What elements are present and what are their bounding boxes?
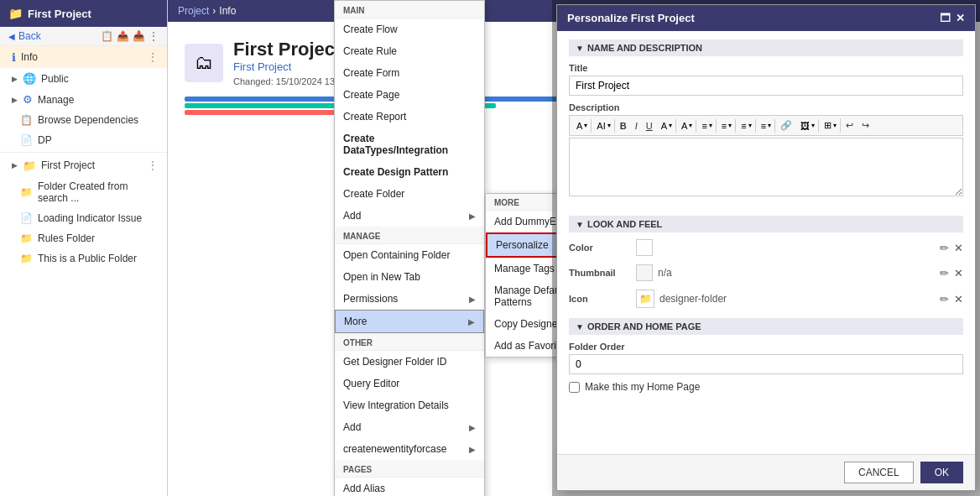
personalize-dialog: Personalize First Project 🗖 ✕ ▼ NAME AND… [556, 4, 976, 491]
toolbar-align[interactable]: ≡ ▾ [698, 119, 716, 133]
desc-field-label: Description [569, 102, 963, 112]
menu-item-view-integration[interactable]: View Integration Details [335, 394, 484, 416]
sidebar-item-info[interactable]: ℹ Info ⋮ [0, 46, 167, 68]
color-swatch[interactable] [636, 239, 653, 256]
menu-item-create-folder[interactable]: Create Folder [335, 183, 484, 205]
sidebar-item-loading-indicator[interactable]: 📄 Loading Indicator Issue [0, 208, 167, 228]
folder-order-input[interactable] [569, 354, 963, 374]
toolbar-image[interactable]: 🖼 ▾ [797, 119, 819, 133]
sidebar-back-icons: 📋 📤 📥 ⋮ [101, 30, 159, 42]
color-delete-icon[interactable]: ✕ [954, 242, 963, 254]
title-field-label: Title [569, 63, 963, 73]
sidebar-item-dp[interactable]: 📄 DP [0, 130, 167, 150]
public-icon: 🌐 [23, 72, 36, 85]
toolbar-table[interactable]: ⊞ ▾ [821, 118, 841, 133]
sidebar-item-label: Info [21, 51, 38, 63]
menu-item-add-other[interactable]: Add▶ [335, 416, 484, 438]
sidebar-item-label: This is a Public Folder [38, 253, 137, 264]
menu-item-createnew[interactable]: createnewentityforcase▶ [335, 438, 484, 460]
menu-item-create-rule[interactable]: Create Rule [335, 40, 484, 62]
toolbar-redo[interactable]: ↪ [858, 118, 873, 133]
toolbar-italic[interactable]: I [632, 119, 641, 133]
thumbnail-label: Thumbnail [569, 268, 636, 278]
color-actions: ✏ ✕ [940, 242, 963, 254]
sidebar: 📁 First Project ◀ Back 📋 📤 📥 ⋮ ℹ Info ⋮ … [0, 0, 168, 496]
breadcrumb-info: Info [219, 5, 236, 17]
toolbar-link[interactable]: 🔗 [777, 118, 795, 133]
sidebar-item-label: Loading Indicator Issue [38, 212, 142, 224]
sidebar-item-manage[interactable]: ▶ ⚙ Manage [0, 89, 167, 110]
icon-edit-icon[interactable]: ✏ [940, 293, 949, 305]
toolbar-undo[interactable]: ↩ [842, 118, 857, 133]
menu-item-add-alias[interactable]: Add Alias [335, 478, 484, 496]
toolbar-underline[interactable]: U [643, 119, 656, 133]
menu-item-permissions[interactable]: Permissions▶ [335, 288, 484, 310]
menu-item-more[interactable]: More▶ [335, 310, 484, 333]
toolbar-font-color[interactable]: A ▾ [658, 119, 676, 133]
sidebar-item-public-folder[interactable]: 📁 This is a Public Folder [0, 248, 167, 269]
icon-delete-icon[interactable]: ✕ [954, 293, 963, 305]
dialog-minimize-icon[interactable]: 🗖 [940, 12, 951, 24]
color-edit-icon[interactable]: ✏ [940, 242, 949, 254]
back-label[interactable]: Back [18, 30, 41, 42]
sidebar-icon-2[interactable]: 📤 [117, 30, 129, 42]
menu-item-create-design[interactable]: Create Design Pattern [335, 161, 484, 183]
cancel-button[interactable]: CANCEL [844, 462, 914, 483]
menu-item-add-main[interactable]: Add▶ [335, 205, 484, 227]
menu-section-other: OTHER [335, 333, 484, 351]
toolbar-highlight-color[interactable]: A ▾ [678, 119, 696, 133]
sidebar-icon-4[interactable]: ⋮ [149, 30, 159, 42]
menu-item-query-editor[interactable]: Query Editor [335, 373, 484, 394]
expand-icon: ▶ [12, 96, 18, 104]
menu-item-create-page[interactable]: Create Page [335, 84, 484, 106]
sidebar-item-first-project[interactable]: ▶ 📁 First Project ⋮ [0, 154, 167, 176]
thumbnail-box[interactable] [636, 264, 653, 281]
sidebar-item-dots[interactable]: ⋮ [147, 50, 159, 64]
thumbnail-edit-icon[interactable]: ✏ [940, 267, 949, 279]
sidebar-item-dots[interactable]: ⋮ [147, 159, 159, 172]
breadcrumb-project[interactable]: Project [178, 5, 209, 17]
project-folder-icon: 📁 [23, 159, 36, 172]
menu-section-pages: PAGES [335, 460, 484, 478]
menu-item-create-datatypes[interactable]: Create DataTypes/Integration [335, 128, 484, 161]
info-icon: ℹ [12, 51, 16, 64]
menu-item-create-form[interactable]: Create Form [335, 62, 484, 84]
expand-icon: ▶ [12, 75, 18, 83]
dialog-section-name-header: ▼ NAME AND DESCRIPTION [569, 39, 963, 56]
toolbar-list2[interactable]: ≡ ▾ [738, 119, 755, 133]
sidebar-item-public[interactable]: ▶ 🌐 Public [0, 68, 167, 89]
folder-created-icon: 📁 [20, 186, 33, 198]
desc-textarea[interactable] [569, 138, 963, 196]
toolbar-font-dropdown[interactable]: A ▾ [573, 119, 592, 133]
sidebar-icon-1[interactable]: 📋 [101, 30, 113, 42]
sidebar-item-browse-deps[interactable]: 📋 Browse Dependencies [0, 110, 167, 130]
menu-item-open-tab[interactable]: Open in New Tab [335, 266, 484, 288]
dialog-section-order: ▼ ORDER AND HOME PAGE Folder Order Make … [569, 318, 963, 393]
public-folder-icon: 📁 [20, 253, 33, 264]
dialog-overlay: Personalize First Project 🗖 ✕ ▼ NAME AND… [552, 0, 980, 496]
menu-item-get-designer-id[interactable]: Get Designer Folder ID [335, 351, 484, 373]
sidebar-item-label: Manage [38, 94, 74, 106]
icon-row: Icon 📁 designer-folder ✏ ✕ [569, 290, 963, 308]
menu-item-open-folder[interactable]: Open Containing Folder [335, 244, 484, 266]
menu-section-main: MAIN [335, 1, 484, 18]
toolbar-list1[interactable]: ≡ ▾ [718, 119, 736, 133]
menu-item-create-flow[interactable]: Create Flow [335, 18, 484, 40]
homepage-checkbox[interactable] [569, 382, 580, 393]
dialog-close-icon[interactable]: ✕ [956, 12, 965, 24]
sidebar-icon-3[interactable]: 📥 [133, 30, 145, 42]
sidebar-item-folder-created[interactable]: 📁 Folder Created from search ... [0, 176, 167, 208]
title-input[interactable] [569, 76, 963, 96]
thumbnail-delete-icon[interactable]: ✕ [954, 267, 963, 279]
sidebar-back[interactable]: ◀ Back 📋 📤 📥 ⋮ [0, 27, 167, 46]
toolbar-list3[interactable]: ≡ ▾ [758, 119, 775, 133]
menu-section-manage: MANAGE [335, 227, 484, 244]
menu-item-create-report[interactable]: Create Report [335, 106, 484, 128]
sidebar-item-rules-folder[interactable]: 📁 Rules Folder [0, 228, 167, 248]
rules-folder-icon: 📁 [20, 232, 33, 244]
toolbar-bold[interactable]: B [617, 119, 630, 133]
ok-button[interactable]: OK [920, 462, 963, 483]
sidebar-item-label: Public [41, 73, 69, 85]
homepage-checkbox-row: Make this my Home Page [569, 381, 963, 393]
toolbar-ai-dropdown[interactable]: AI ▾ [593, 119, 614, 133]
